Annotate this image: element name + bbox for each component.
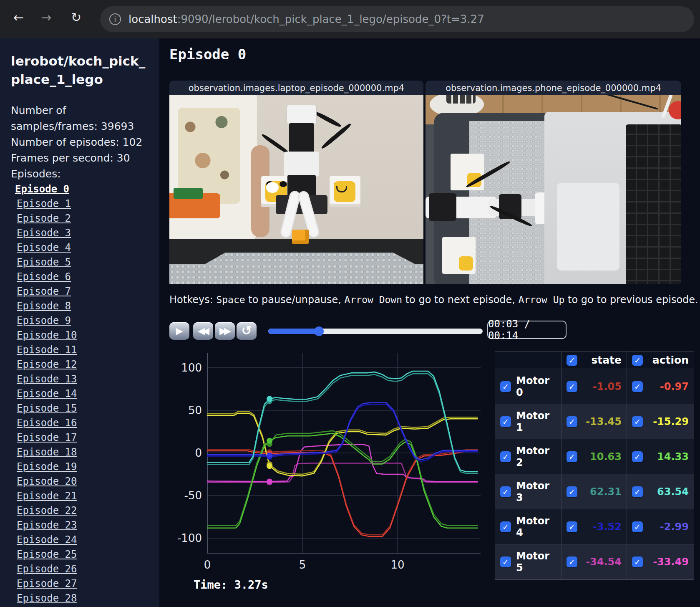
browser-toolbar: ← → ↻ i localhost:9090/lerobot/koch_pick… (0, 0, 700, 38)
episode-link[interactable]: Episode 2 (11, 211, 149, 226)
series-motor-2-action (207, 433, 478, 528)
episode-link[interactable]: Episode 13 (11, 372, 149, 387)
episode-link[interactable]: Episode 24 (11, 533, 149, 547)
motor-chart[interactable]: 100500-50-1000510 Time: 3.27s (164, 330, 485, 607)
episode-link[interactable]: Episode 28 (11, 591, 149, 606)
checkbox[interactable]: ✓ (632, 381, 643, 392)
column-header-label: state (591, 354, 622, 366)
current-time-marker (267, 396, 272, 402)
episode-link[interactable]: Episode 21 (11, 489, 149, 503)
checkbox[interactable]: ✓ (632, 355, 643, 366)
motor-action-value: -33.49 (653, 556, 689, 568)
hotkeys-mid2: to go to next episode, (402, 294, 519, 306)
robot-camera-mount (287, 105, 317, 124)
checkbox[interactable]: ✓ (632, 521, 643, 532)
laptop-keyboard (626, 124, 681, 284)
episode-link[interactable]: Episode 9 (11, 314, 149, 328)
hotkey-arrow-up: Arrow Up (519, 294, 565, 305)
motor-label: Motor 5 (516, 550, 556, 574)
checkbox[interactable]: ✓ (632, 486, 643, 497)
episode-link[interactable]: Episode 0 (11, 182, 149, 197)
motor-state-cell: ✓-34.54 (562, 544, 627, 579)
checkbox[interactable]: ✓ (567, 355, 577, 366)
video-caption-laptop: observation.images.laptop_episode_000000… (169, 81, 423, 95)
xtick-label: 10 (390, 559, 404, 571)
episode-link[interactable]: Episode 11 (11, 343, 149, 357)
checkbox[interactable]: ✓ (500, 416, 511, 427)
episode-link[interactable]: Episode 18 (11, 445, 149, 460)
table-corner-cell (495, 352, 562, 369)
episode-link[interactable]: Episode 10 (11, 328, 149, 343)
episode-link[interactable]: Episode 27 (11, 577, 149, 591)
series-motor-5-state (207, 463, 478, 483)
motor-row-label: ✓Motor 2 (495, 439, 562, 474)
current-time-marker (267, 478, 272, 484)
video-phone[interactable] (426, 95, 681, 284)
motor-state-cell: ✓-1.05 (562, 369, 627, 404)
checkbox[interactable]: ✓ (500, 521, 511, 532)
episode-link[interactable]: Episode 26 (11, 562, 149, 577)
episode-link[interactable]: Episode 12 (11, 357, 149, 372)
page-title: Episode 0 (169, 46, 246, 63)
motor-state-cell: ✓-13.45 (562, 404, 627, 439)
episode-link[interactable]: Episode 14 (11, 387, 149, 401)
episode-link[interactable]: Episode 23 (11, 518, 149, 533)
checkbox[interactable]: ✓ (500, 451, 511, 462)
stat-line: Number of (11, 103, 149, 119)
url-text[interactable]: localhost:9090/lerobot/koch_pick_place_1… (128, 13, 484, 25)
episode-link[interactable]: Episode 3 (11, 226, 149, 240)
episode-link[interactable]: Episode 1 (11, 197, 149, 211)
checkbox[interactable]: ✓ (500, 381, 511, 392)
checkbox[interactable]: ✓ (567, 381, 577, 392)
episode-link[interactable]: Episode 19 (11, 460, 149, 474)
checkbox[interactable]: ✓ (500, 556, 511, 567)
motor-state-cell: ✓62.31 (562, 474, 627, 509)
circuit-board (174, 188, 203, 199)
episode-link[interactable]: Episode 16 (11, 416, 149, 430)
column-header-label: action (652, 354, 689, 366)
address-bar[interactable]: i localhost:9090/lerobot/koch_pick_place… (100, 6, 694, 32)
url-path: :9090/lerobot/koch_pick_place_1_lego/epi… (177, 13, 484, 25)
forward-icon[interactable]: → (41, 10, 51, 25)
box-bottom-left (442, 237, 476, 274)
checkbox[interactable]: ✓ (567, 451, 577, 462)
episode-link[interactable]: Episode 17 (11, 430, 149, 445)
screen: ← → ↻ i localhost:9090/lerobot/koch_pick… (0, 0, 700, 607)
hotkeys-mid1: to pause/unpause, (245, 294, 345, 306)
video-laptop[interactable] (169, 95, 423, 284)
cable (314, 111, 342, 128)
back-icon[interactable]: ← (13, 10, 24, 25)
episode-link[interactable]: Episode 7 (11, 284, 149, 299)
motor-label: Motor 1 (516, 410, 556, 433)
motor-action-value: -0.97 (660, 381, 689, 392)
episode-link[interactable]: Episode 6 (11, 270, 149, 284)
chart-canvas: 100500-50-1000510 (164, 330, 485, 607)
reload-icon[interactable]: ↻ (71, 10, 81, 25)
motor-action-cell: ✓-0.97 (627, 369, 694, 404)
episode-link[interactable]: Episode 15 (11, 401, 149, 416)
episode-link[interactable]: Episode 4 (11, 240, 149, 255)
video-caption-phone: observation.images.phone_episode_000000.… (426, 81, 681, 95)
motor-action-value: 14.33 (657, 451, 689, 463)
checkbox[interactable]: ✓ (567, 521, 577, 532)
episode-link[interactable]: Episode 22 (11, 503, 149, 518)
checkbox[interactable]: ✓ (632, 416, 643, 427)
checkbox[interactable]: ✓ (632, 556, 643, 567)
motor-state-value: -34.54 (586, 556, 622, 568)
orange-lego-brick (292, 230, 309, 244)
checkbox[interactable]: ✓ (632, 451, 643, 462)
checkbox[interactable]: ✓ (567, 556, 577, 567)
checkbox[interactable]: ✓ (500, 486, 511, 497)
hotkeys-help: Hotkeys: Space to pause/unpause, Arrow D… (169, 294, 698, 306)
current-time-marker (267, 438, 272, 444)
site-info-icon[interactable]: i (109, 13, 121, 25)
episode-link[interactable]: Episode 5 (11, 255, 149, 270)
episode-link[interactable]: Episode 25 (11, 547, 149, 562)
checkbox[interactable]: ✓ (567, 416, 577, 427)
motor-label: Motor 2 (516, 445, 556, 468)
episode-link[interactable]: Episode 8 (11, 299, 149, 314)
motor-label: Motor 4 (516, 515, 556, 539)
checkbox[interactable]: ✓ (567, 486, 577, 497)
episode-link[interactable]: Episode 20 (11, 474, 149, 489)
ytick-label: 0 (195, 447, 202, 459)
